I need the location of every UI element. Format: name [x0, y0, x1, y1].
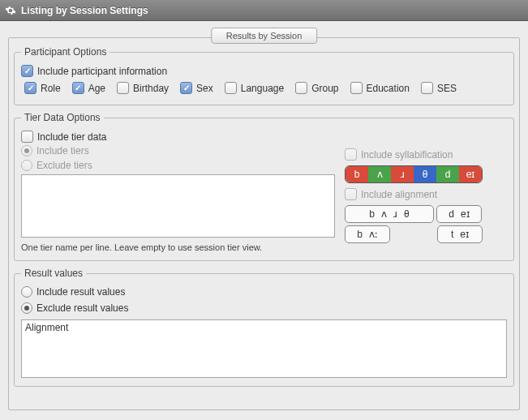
radio-icon	[21, 145, 32, 156]
checkbox-icon	[21, 131, 33, 143]
radio-icon	[21, 160, 32, 171]
syll-cell: eɪ	[459, 166, 482, 182]
checkbox-icon	[345, 188, 357, 200]
titlebar: Listing by Session Settings	[0, 0, 528, 21]
age-checkbox[interactable]: Age	[72, 82, 105, 94]
radio-icon	[21, 302, 32, 314]
birthday-label: Birthday	[133, 83, 169, 94]
tier-hint: One tier name per line. Leave empty to u…	[21, 242, 335, 252]
syll-cell: d	[436, 166, 459, 182]
ses-checkbox[interactable]: SES	[421, 82, 457, 94]
radio-icon	[21, 286, 32, 298]
include-syll-label: Include syllabification	[361, 149, 453, 161]
align-cell: d eɪ	[436, 205, 482, 223]
window-title: Listing by Session Settings	[21, 5, 148, 16]
tab-results-by-session[interactable]: Results by Session	[211, 28, 318, 44]
syll-cell: θ	[414, 166, 436, 182]
sex-checkbox[interactable]: Sex	[180, 82, 213, 94]
result-value-item: Alignment	[25, 322, 68, 333]
include-tier-data-checkbox[interactable]: Include tier data	[21, 131, 106, 143]
tier-legend: Tier Data Options	[21, 112, 104, 123]
include-align-label: Include alignment	[361, 189, 437, 200]
checkbox-icon	[295, 82, 307, 94]
result-legend: Result values	[21, 268, 86, 279]
syllabification-preview: b ʌ ɹ θ d eɪ	[345, 165, 483, 183]
gear-icon	[5, 5, 16, 16]
group-label: Group	[311, 83, 338, 94]
checkbox-icon	[180, 82, 192, 94]
align-cell: t eɪ	[437, 225, 483, 243]
result-values: Result values Include result values Excl…	[14, 268, 514, 387]
result-values-box[interactable]: Alignment	[21, 319, 507, 378]
role-checkbox[interactable]: Role	[24, 82, 61, 94]
exclude-tiers-radio[interactable]: Exclude tiers	[21, 160, 335, 171]
align-cell: b ʌː	[345, 225, 390, 243]
include-participant-checkbox[interactable]: Include participant information	[21, 65, 167, 77]
education-label: Education	[367, 83, 410, 94]
align-cell: b ʌ ɹ θ	[345, 205, 434, 223]
checkbox-icon	[421, 82, 433, 94]
checkbox-icon	[350, 82, 363, 94]
birthday-checkbox[interactable]: Birthday	[117, 82, 169, 94]
language-checkbox[interactable]: Language	[225, 82, 284, 94]
include-tiers-radio[interactable]: Include tiers	[21, 145, 335, 156]
tier-names-textarea[interactable]	[21, 174, 335, 238]
syll-cell: b	[346, 166, 368, 182]
checkbox-icon	[21, 65, 33, 77]
exclude-result-label: Exclude result values	[36, 302, 128, 314]
participant-legend: Participant Options	[21, 46, 109, 58]
include-tiers-label: Include tiers	[36, 145, 89, 156]
role-label: Role	[41, 83, 61, 94]
alignment-preview: b ʌ ɹ θ d eɪ b	[345, 205, 507, 243]
participant-options: Participant Options Include participant …	[14, 46, 514, 105]
education-checkbox[interactable]: Education	[350, 82, 410, 94]
include-result-label: Include result values	[36, 286, 125, 298]
include-result-radio[interactable]: Include result values	[21, 286, 125, 298]
include-syllabification-checkbox[interactable]: Include syllabification	[345, 148, 507, 161]
sex-label: Sex	[196, 83, 213, 94]
checkbox-icon	[117, 82, 129, 94]
exclude-tiers-label: Exclude tiers	[36, 160, 92, 171]
checkbox-icon	[345, 148, 357, 161]
align-gap	[393, 225, 435, 243]
checkbox-icon	[225, 82, 237, 94]
syll-cell: ʌ	[368, 166, 391, 182]
checkbox-icon	[72, 82, 84, 94]
tier-data-options: Tier Data Options Include tier data Incl…	[14, 112, 514, 261]
group-checkbox[interactable]: Group	[295, 82, 338, 94]
include-alignment-checkbox[interactable]: Include alignment	[345, 188, 507, 200]
age-label: Age	[88, 83, 105, 94]
tab-label: Results by Session	[226, 31, 303, 41]
include-participant-label: Include participant information	[37, 66, 167, 77]
syll-cell: ɹ	[391, 166, 414, 182]
settings-panel: Participant Options Include participant …	[8, 37, 520, 410]
language-label: Language	[241, 83, 284, 94]
ses-label: SES	[437, 83, 457, 94]
checkbox-icon	[24, 82, 36, 94]
exclude-result-radio[interactable]: Exclude result values	[21, 302, 128, 314]
include-tier-data-label: Include tier data	[37, 131, 106, 143]
